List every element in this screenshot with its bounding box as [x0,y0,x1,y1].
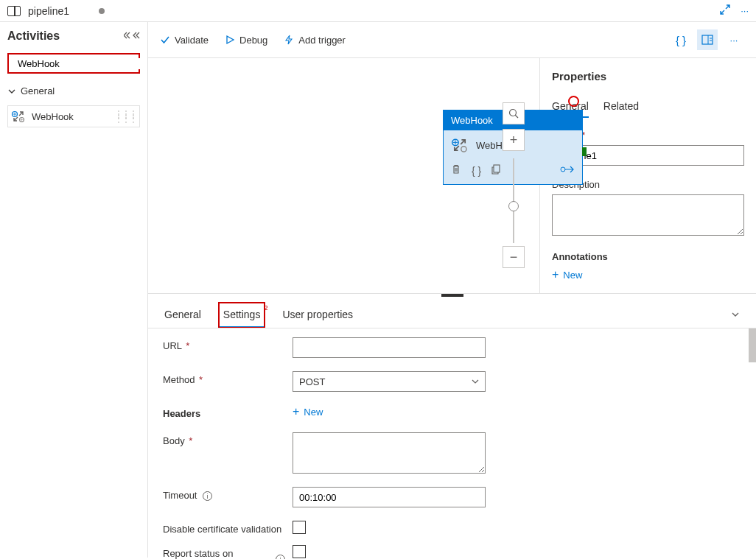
svg-point-5 [461,147,466,152]
timeout-input[interactable] [293,487,486,507]
more-icon[interactable]: ··· [741,5,749,16]
general-label: General [21,85,55,96]
url-input[interactable] [293,337,486,358]
url-label: URL * [163,337,293,351]
webhook-node-icon [451,138,469,152]
zoom-in-icon[interactable]: + [503,129,525,151]
webhook-activity[interactable]: WebHook ⋮⋮⋮⋮⋮⋮ [7,105,140,127]
chevron-down-icon [472,378,479,385]
delete-icon[interactable] [451,164,461,177]
svg-rect-3 [702,35,713,44]
fit-zoom-icon[interactable] [503,102,525,124]
headers-label: Headers [163,405,293,419]
svg-rect-6 [494,165,500,172]
webhook-activity-label: WebHook [32,111,74,122]
panel-resize-handle[interactable] [441,294,463,297]
zoom-slider[interactable] [513,158,514,243]
drag-handle-icon: ⋮⋮⋮⋮⋮⋮ [114,112,136,121]
webhook-activity-icon [11,110,26,122]
page-header: pipeline1 ··· [0,0,756,22]
general-category[interactable]: General [7,82,140,99]
zoom-out-icon[interactable]: − [503,246,525,268]
success-port-icon[interactable] [582,147,587,156]
debug-button[interactable]: Debug [225,35,267,46]
chevron-down-icon [7,87,16,96]
activities-sidebar: Activities General WebHook ⋮⋮⋮⋮⋮⋮ [0,22,147,558]
settings-error-count: 2 [264,304,267,312]
add-header-button[interactable]: +New [293,405,323,418]
disable-cert-label: Disable certificate validation [163,521,293,535]
disable-cert-checkbox[interactable] [293,521,306,534]
scrollbar-thumb[interactable] [749,328,756,362]
report-status-label: Report status on callback i [163,545,293,559]
zoom-controls: + − [503,102,525,273]
canvas-more-icon[interactable]: ··· [724,29,744,50]
check-icon [160,35,170,45]
collapse-sidebar-icon[interactable] [124,31,140,42]
lightning-icon [284,35,294,45]
properties-panel-icon[interactable] [697,29,718,50]
braces-icon[interactable]: { } [671,29,691,50]
body-input[interactable] [293,432,486,474]
tab-general[interactable]: General [160,303,206,328]
info-icon[interactable]: i [276,555,285,560]
activity-search[interactable] [7,53,140,74]
properties-title: Properties [552,70,744,82]
add-trigger-button[interactable]: Add trigger [284,35,346,46]
play-icon [225,35,235,45]
pipeline-canvas[interactable]: WebHook WebHook1 { } [148,58,539,293]
add-annotation-button[interactable]: +New [552,268,744,281]
method-select[interactable]: POST [293,371,486,392]
pipeline-title: pipeline1 [28,5,69,17]
copy-icon[interactable] [491,164,502,177]
canvas-toolbar: Validate Debug Add trigger { } ··· [148,22,756,58]
tab-user-properties[interactable]: User properties [278,303,357,328]
svg-point-7 [561,167,565,172]
pipeline-icon [7,6,21,16]
bottom-panel: General Settings2 User properties URL * … [148,293,756,559]
sidebar-title: Activities [7,29,60,43]
expand-icon[interactable] [720,4,730,17]
report-status-checkbox[interactable] [293,545,306,558]
collapse-panel-icon[interactable] [727,310,744,321]
validate-button[interactable]: Validate [160,35,209,46]
error-indicator-icon [568,96,579,107]
activity-search-input[interactable] [18,58,141,69]
output-arrow-icon[interactable] [560,165,575,176]
tab-related-props[interactable]: Related [603,96,639,118]
prop-anno-label: Annotations [552,251,744,262]
body-label: Body * [163,432,293,446]
code-icon[interactable]: { } [472,165,481,177]
method-label: Method * [163,371,293,385]
prop-desc-input[interactable] [552,194,744,236]
unsaved-indicator-icon [99,8,105,14]
tab-settings[interactable]: Settings2 [219,303,265,328]
timeout-label: Timeout i [163,487,293,501]
zoom-handle[interactable] [508,201,519,211]
info-icon[interactable]: i [203,491,212,501]
